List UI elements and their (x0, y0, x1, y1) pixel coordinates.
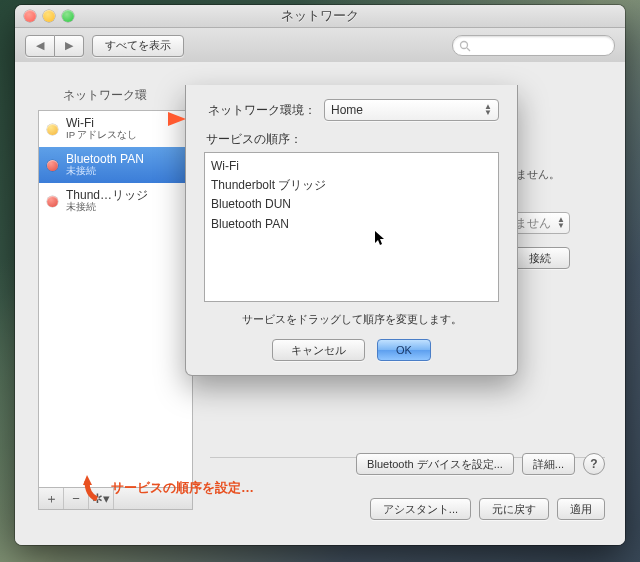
revert-button[interactable]: 元に戻す (479, 498, 549, 520)
bluetooth-setup-button[interactable]: Bluetooth デバイスを設定... (356, 453, 514, 475)
back-button[interactable]: ◀ (25, 35, 55, 57)
order-item[interactable]: Wi-Fi (211, 157, 492, 176)
status-dot-icon (47, 196, 58, 207)
connect-button[interactable]: 接続 (510, 247, 570, 269)
search-field[interactable] (452, 35, 615, 56)
order-list[interactable]: Wi-Fi Thunderbolt ブリッジ Bluetooth DUN Blu… (204, 152, 499, 302)
cursor-icon (375, 231, 387, 254)
cancel-button[interactable]: キャンセル (272, 339, 365, 361)
status-dot-icon (47, 160, 58, 171)
service-status: IP アドレスなし (66, 130, 137, 141)
device-popup-value: ません (515, 215, 551, 232)
network-preferences-window: ネットワーク ◀ ▶ すべてを表示 ネットワーク環 Wi-Fi IP アドレスな… (15, 5, 625, 545)
ok-button[interactable]: OK (377, 339, 431, 361)
remove-service-button[interactable]: − (64, 488, 89, 509)
svg-line-1 (467, 48, 470, 51)
location-label: ネットワーク環境： (204, 102, 316, 119)
svg-point-0 (461, 41, 468, 48)
location-popup[interactable]: Home ▲▼ (324, 99, 499, 121)
apply-button[interactable]: 適用 (557, 498, 605, 520)
chevron-updown-icon: ▲▼ (557, 217, 565, 229)
service-status: 未接続 (66, 166, 144, 177)
location-value: Home (331, 103, 363, 117)
sidebar-footer: ＋ − ✲▾ (38, 487, 193, 510)
forward-button[interactable]: ▶ (55, 35, 84, 57)
toolbar: ◀ ▶ すべてを表示 (15, 28, 625, 64)
service-item-bluetooth-pan[interactable]: Bluetooth PAN 未接続 (39, 147, 192, 183)
location-label-background: ネットワーク環 (63, 87, 147, 104)
service-order-sheet: ネットワーク環境： Home ▲▼ サービスの順序： Wi-Fi Thunder… (185, 85, 518, 376)
help-button[interactable]: ? (583, 453, 605, 475)
order-item[interactable]: Thunderbolt ブリッジ (211, 176, 492, 195)
advanced-button[interactable]: 詳細... (522, 453, 575, 475)
show-all-button[interactable]: すべてを表示 (92, 35, 184, 57)
service-name: Wi-Fi (66, 117, 137, 131)
order-item[interactable]: Bluetooth DUN (211, 195, 492, 214)
service-status: 未接続 (66, 202, 148, 213)
status-dot-icon (47, 124, 58, 135)
assistant-button[interactable]: アシスタント... (370, 498, 471, 520)
order-item[interactable]: Bluetooth PAN (211, 215, 492, 234)
service-name: Bluetooth PAN (66, 153, 144, 167)
action-menu-button[interactable]: ✲▾ (89, 488, 114, 509)
order-label: サービスの順序： (206, 131, 499, 148)
chevron-updown-icon: ▲▼ (484, 104, 492, 116)
titlebar[interactable]: ネットワーク (15, 5, 625, 28)
content-area: ネットワーク環 Wi-Fi IP アドレスなし Bluetooth PAN 未接… (15, 62, 625, 545)
service-item-thunderbolt[interactable]: Thund…リッジ 未接続 (39, 183, 192, 219)
service-sidebar: Wi-Fi IP アドレスなし Bluetooth PAN 未接続 Thund…… (38, 110, 193, 510)
service-list[interactable]: Wi-Fi IP アドレスなし Bluetooth PAN 未接続 Thund…… (38, 110, 193, 487)
service-item-wifi[interactable]: Wi-Fi IP アドレスなし (39, 111, 192, 147)
nav-segment: ◀ ▶ (25, 35, 84, 57)
order-hint: サービスをドラッグして順序を変更します。 (204, 312, 499, 327)
window-title: ネットワーク (15, 7, 625, 25)
service-name: Thund…リッジ (66, 189, 148, 203)
add-service-button[interactable]: ＋ (39, 488, 64, 509)
search-icon (459, 40, 471, 52)
